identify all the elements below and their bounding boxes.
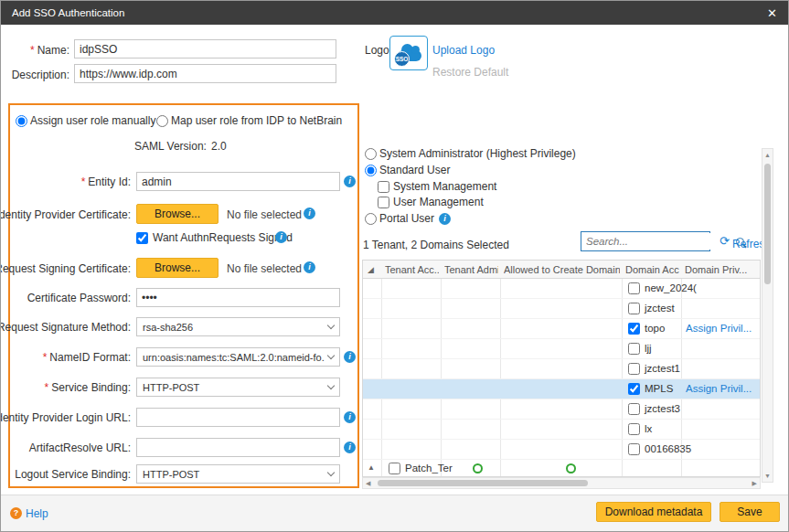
col-tenant-admin[interactable]: Tenant Admin...: [444, 264, 498, 275]
domain-checkbox[interactable]: [628, 303, 640, 314]
tenant-domain-table: ◢ Tenant Acc... Tenant Admin... Allowed …: [362, 260, 761, 477]
table-row[interactable]: lx: [363, 420, 760, 440]
chevron-down-icon: [327, 352, 335, 359]
domain-checkbox[interactable]: [628, 443, 640, 455]
domain-name: MPLS: [645, 383, 673, 394]
map-role-idp-label: Map user role from IDP to NetBrain: [171, 114, 342, 127]
system-admin-radio[interactable]: [365, 148, 377, 160]
certificate-password-input[interactable]: [136, 288, 340, 307]
nameid-info-icon[interactable]: i: [344, 351, 356, 363]
signing-cert-info-icon[interactable]: i: [304, 261, 315, 273]
domain-checkbox[interactable]: [628, 383, 640, 395]
table-row-selected[interactable]: MPLS Assign Privil...: [363, 379, 760, 399]
domain-name: ljj: [645, 343, 652, 354]
domain-checkbox[interactable]: [628, 363, 640, 375]
dialog-titlebar: Add SSO Authentication ✕: [1, 1, 788, 25]
idp-cert-info-icon[interactable]: i: [304, 207, 315, 219]
selection-summary: 1 Tenant, 2 Domains Selected: [363, 239, 509, 251]
domain-name: jzctest3: [645, 403, 680, 414]
assign-role-manually-radio[interactable]: [16, 115, 27, 127]
authn-signed-info-icon[interactable]: i: [275, 231, 287, 243]
tenant-search-box: [581, 231, 710, 251]
table-row[interactable]: jzctest3: [363, 399, 760, 420]
scroll-left-icon[interactable]: ◀: [366, 480, 370, 487]
standard-user-radio[interactable]: [365, 165, 377, 176]
nameid-format-dropdown[interactable]: urn:oasis:names:tc:SAML:2.0:nameid-fo...: [136, 347, 340, 367]
add-sso-dialog: Add SSO Authentication ✕ *Name: Descript…: [0, 0, 789, 532]
description-input[interactable]: [74, 64, 336, 83]
restore-default-link: Restore Default: [432, 66, 508, 79]
sso-logo: SSO: [389, 36, 428, 70]
table-row[interactable]: 00166835: [363, 440, 760, 460]
idp-login-url-input[interactable]: [136, 408, 340, 427]
entity-id-info-icon[interactable]: i: [344, 176, 356, 187]
idp-certificate-label: Identity Provider Certificate:: [0, 208, 131, 221]
scroll-up-icon[interactable]: ▲: [762, 152, 773, 158]
portal-user-radio[interactable]: [365, 213, 377, 225]
collapse-tenant-icon[interactable]: ▲: [368, 463, 375, 472]
sso-logo-text: SSO: [394, 51, 410, 67]
nameid-format-label: *NameID Format:: [43, 351, 131, 364]
signing-certificate-label: Request Signing Certificate:: [0, 262, 131, 275]
tenant-name: Patch_Ter: [405, 463, 453, 473]
entity-id-input[interactable]: [136, 172, 340, 191]
dialog-title: Add SSO Authentication: [12, 7, 124, 18]
entity-id-label: *Entity Id:: [81, 176, 131, 188]
table-row[interactable]: new_2024(: [363, 279, 760, 299]
domain-checkbox[interactable]: [628, 343, 640, 355]
domain-checkbox[interactable]: [628, 282, 640, 294]
table-row[interactable]: ljj: [363, 339, 760, 359]
close-icon[interactable]: ✕: [767, 7, 777, 19]
col-domain-access[interactable]: Domain Acc...: [625, 264, 679, 275]
idp-login-url-info-icon[interactable]: i: [344, 411, 356, 423]
scroll-right-icon[interactable]: ▶: [752, 480, 757, 487]
col-domain-priv[interactable]: Domain Priv...: [685, 264, 758, 275]
authn-requests-signed-checkbox[interactable]: [136, 232, 148, 244]
idp-cert-browse-button[interactable]: Browse...: [136, 204, 219, 224]
signature-method-dropdown[interactable]: rsa-sha256: [136, 317, 340, 336]
tenant-checkbox[interactable]: [389, 463, 400, 474]
user-management-label: User Management: [393, 196, 484, 208]
domain-checkbox[interactable]: [628, 423, 640, 435]
assign-privileges-link[interactable]: Assign Privil...: [686, 383, 752, 394]
map-role-idp-radio[interactable]: [156, 115, 168, 127]
artifact-url-info-icon[interactable]: i: [344, 442, 356, 453]
table-row[interactable]: jzctest1: [363, 359, 760, 379]
col-allowed-create[interactable]: Allowed to Create Domain ...: [504, 264, 620, 275]
search-input[interactable]: [581, 233, 733, 250]
chevron-down-icon: [327, 469, 335, 476]
name-input[interactable]: [74, 39, 336, 59]
table-row[interactable]: jzctest: [363, 299, 760, 319]
table-row[interactable]: topo Assign Privil...: [363, 319, 760, 339]
portal-user-info-icon[interactable]: i: [439, 213, 451, 225]
assign-privileges-link[interactable]: Assign Privil...: [686, 323, 752, 334]
domain-name: jzctest: [645, 303, 675, 314]
idp-login-url-label: *Identity Provider Login URL:: [0, 411, 131, 424]
service-binding-dropdown[interactable]: HTTP-POST: [136, 378, 340, 397]
logout-binding-dropdown[interactable]: HTTP-POST: [136, 464, 340, 484]
help-icon[interactable]: ?: [10, 507, 22, 519]
signature-method-value: rsa-sha256: [143, 322, 325, 333]
vertical-scroll-thumb[interactable]: [764, 164, 771, 284]
help-link[interactable]: Help: [26, 507, 48, 520]
vertical-scrollbar[interactable]: ▲ ▼: [762, 148, 773, 483]
user-management-checkbox[interactable]: [378, 197, 389, 208]
expand-all-icon[interactable]: ◢: [368, 265, 374, 274]
horizontal-scroll-thumb[interactable]: [378, 480, 588, 486]
col-tenant-access[interactable]: Tenant Acc...: [385, 264, 439, 275]
domain-name: lx: [645, 423, 652, 434]
scroll-down-icon[interactable]: ▼: [762, 473, 773, 479]
upload-logo-link[interactable]: Upload Logo: [432, 44, 495, 57]
domain-checkbox[interactable]: [628, 403, 640, 415]
domain-checkbox[interactable]: [628, 323, 640, 335]
system-management-checkbox[interactable]: [378, 181, 389, 193]
tenant-row[interactable]: ▲ Patch_Ter: [363, 460, 760, 477]
artifact-resolve-url-input[interactable]: [136, 438, 340, 457]
system-admin-label: System Administrator (Highest Privilege): [379, 147, 576, 160]
refresh-icon[interactable]: ⟳: [720, 234, 730, 248]
saml-version-label: SAML Version:: [134, 140, 207, 153]
signing-cert-browse-button[interactable]: Browse...: [136, 258, 219, 278]
save-button[interactable]: Save: [720, 502, 780, 522]
horizontal-scrollbar[interactable]: ◀ ▶: [362, 477, 761, 489]
download-metadata-button[interactable]: Download metadata: [596, 502, 711, 522]
